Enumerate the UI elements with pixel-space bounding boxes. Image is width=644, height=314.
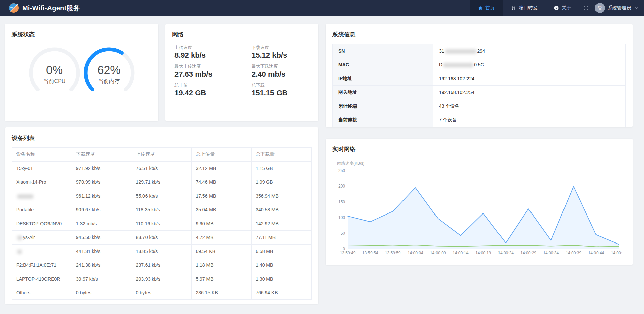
device-cell: 55.06 kb/s (132, 189, 192, 203)
device-cell: 945.50 kb/s (72, 231, 132, 245)
info-value: D0:5C (433, 58, 626, 72)
redacted-value (17, 250, 22, 254)
redacted-value (17, 236, 22, 240)
port-forward-icon (511, 6, 516, 11)
device-cell: 142.92 MB (252, 217, 312, 231)
navbar: Wi Fi Mi-Wifi-Agent服务 首页 端口转发 (0, 0, 644, 16)
network-card: 网络 上传速度 8.92 kb/s 最大上传速度 27.63 mb/s 总上传 (165, 24, 318, 121)
realtime-network-title: 实时网络 (332, 145, 626, 153)
download-speed-stat: 下载速度 15.12 kb/s (252, 45, 312, 60)
nav-item-home[interactable]: 首页 (470, 0, 503, 16)
y-tick: 200 (338, 184, 345, 189)
device-cell: 961.12 kb/s (72, 189, 132, 203)
system-info-title: 系统信息 (332, 31, 626, 38)
network-speed-chart[interactable]: 05010015020025013:59:4913:59:5413:59:591… (332, 168, 622, 256)
x-tick: 14:00:29 (520, 251, 536, 255)
x-tick: 13:59:49 (340, 251, 356, 255)
device-cell: 5.97 MB (192, 272, 252, 286)
device-cell: 9.90 MB (192, 217, 252, 231)
device-cell: 4.72 MB (192, 231, 252, 245)
main-content: 系统状态 0% 当前CPU 62% 当前内存 (0, 16, 644, 304)
info-icon (554, 5, 559, 11)
device-name-cell: Xiaomi-14-Pro (12, 175, 72, 189)
column-header: 设备名称 (12, 148, 72, 162)
column-header: 总上传量 (192, 148, 252, 162)
cpu-gauge-label: 当前CPU (43, 78, 66, 85)
device-cell: 35.04 MB (192, 203, 252, 217)
logo-wi-text: Wi (10, 6, 14, 9)
system-info-row: 网关地址192.168.102.254 (333, 86, 626, 99)
nav-item-about[interactable]: 关于 (546, 0, 579, 16)
device-cell: 1.18 MB (192, 258, 252, 272)
device-row: 15xy-01971.92 kb/s76.51 kb/s32.12 MB1.15… (12, 162, 312, 175)
device-table-header-row: 设备名称下载速度上传速度总上传量总下载量 (12, 148, 312, 162)
column-header: 总下载量 (252, 148, 312, 162)
nav-item-port-forward[interactable]: 端口转发 (503, 0, 546, 16)
user-name: 系统管理员 (608, 5, 631, 11)
fullscreen-icon (583, 5, 589, 11)
info-value: 192.168.102.224 (433, 72, 626, 86)
device-cell: 0 bytes (132, 286, 192, 300)
device-name-cell: DESKTOP-QO9JNV0 (12, 217, 72, 231)
device-cell: 971.92 kb/s (72, 162, 132, 175)
user-menu[interactable]: 管 系统管理员 (593, 3, 644, 13)
device-cell: 441.31 kb/s (72, 245, 132, 258)
device-table: 设备名称下载速度上传速度总上传量总下载量 15xy-01971.92 kb/s7… (12, 147, 312, 300)
info-label: MAC (333, 58, 433, 72)
device-name-cell: F2:B4:F1:1A:0E:71 (12, 258, 72, 272)
device-cell: 1.32 mb/s (72, 217, 132, 231)
device-cell: 236.15 KB (192, 286, 252, 300)
device-row: 441.31 kb/s13.85 kb/s69.54 KB6.58 MB (12, 245, 312, 258)
cpu-gauge-value: 0% (46, 63, 63, 77)
column-header: 上传速度 (132, 148, 192, 162)
max-upload-speed-stat: 最大上传速度 27.63 mb/s (174, 63, 252, 79)
device-name-cell: ys-Air (12, 231, 72, 245)
y-tick: 50 (341, 231, 345, 236)
device-cell: 129.71 kb/s (132, 175, 192, 189)
x-tick: 14:00:44 (588, 251, 604, 255)
device-cell: 0 bytes (72, 286, 132, 300)
device-name-cell (12, 245, 72, 258)
device-cell: 1.15 GB (252, 162, 312, 175)
device-cell: 6.58 MB (252, 245, 312, 258)
device-cell: 340.58 MB (252, 203, 312, 217)
device-row: Xiaomi-14-Pro970.99 kb/s129.71 kb/s74.46… (12, 175, 312, 189)
x-tick: 13:59:54 (362, 251, 378, 255)
nav-item-label: 关于 (562, 5, 571, 11)
x-tick: 14:00:49 (611, 251, 622, 255)
device-cell: 241.38 kb/s (72, 258, 132, 272)
app-title: Mi-Wifi-Agent服务 (22, 4, 80, 13)
network-title: 网络 (172, 31, 312, 38)
device-list-title: 设备列表 (12, 134, 312, 142)
device-row: ys-Air945.50 kb/s83.70 kb/s4.72 MB77.11 … (12, 231, 312, 245)
network-upload-column: 上传速度 8.92 kb/s 最大上传速度 27.63 mb/s 总上传 19.… (174, 45, 252, 101)
y-axis-title: 网络速度(KB/s) (337, 161, 626, 166)
device-row: 961.12 kb/s55.06 kb/s17.56 MB356.94 MB (12, 189, 312, 203)
system-status-card: 系统状态 0% 当前CPU 62% 当前内存 (5, 24, 158, 121)
device-cell: 203.93 kb/s (132, 272, 192, 286)
x-tick: 14:00:34 (543, 251, 559, 255)
device-cell: 13.85 kb/s (132, 245, 192, 258)
device-name-cell: Others (12, 286, 72, 300)
redacted-value (443, 63, 473, 67)
app-logo-icon: Wi Fi (9, 3, 19, 13)
device-name-cell: Portable (12, 203, 72, 217)
gauges: 0% 当前CPU 62% 当前内存 (12, 46, 152, 102)
device-cell: 1.40 MB (252, 258, 312, 272)
column-header: 下载速度 (72, 148, 132, 162)
device-cell: 83.70 kb/s (132, 231, 192, 245)
nav-item-label: 首页 (485, 5, 495, 11)
device-name-cell: LAPTOP-419CRE0R (12, 272, 72, 286)
device-cell: 110.16 kb/s (132, 217, 192, 231)
device-name-cell (12, 189, 72, 203)
fullscreen-button[interactable] (579, 0, 593, 16)
x-tick: 14:00:09 (430, 251, 446, 255)
device-cell: 118.35 kb/s (132, 203, 192, 217)
device-list-card: 设备列表 设备名称下载速度上传速度总上传量总下载量 15xy-01971.92 … (5, 127, 318, 304)
device-row: DESKTOP-QO9JNV01.32 mb/s110.16 kb/s9.90 … (12, 217, 312, 231)
system-info-row: IP地址192.168.102.224 (333, 72, 626, 86)
device-cell: 69.54 KB (192, 245, 252, 258)
device-row: F2:B4:F1:1A:0E:71241.38 kb/s237.61 kb/s1… (12, 258, 312, 272)
device-cell: 766.94 KB (252, 286, 312, 300)
system-status-title: 系统状态 (12, 31, 152, 38)
